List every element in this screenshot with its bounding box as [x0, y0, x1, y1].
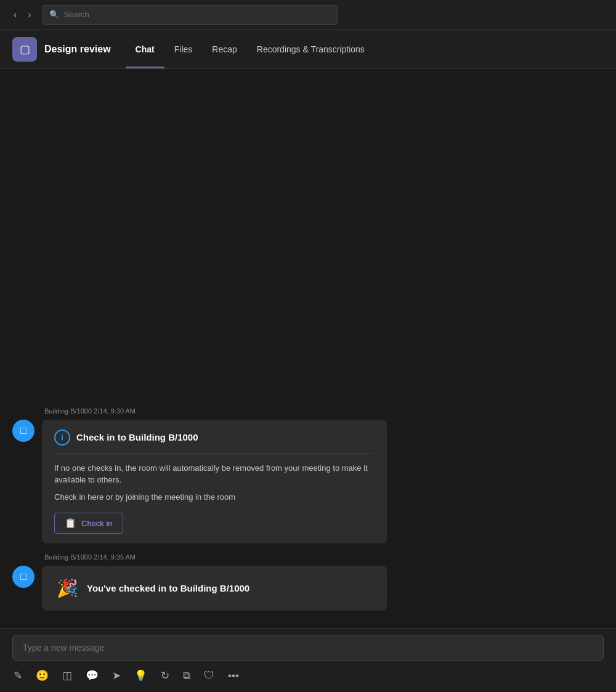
- nav-arrows: ‹ ›: [10, 7, 35, 23]
- checked-card: 🎉 You've checked in to Building B/1000: [42, 566, 387, 611]
- confetti-icon: 🎉: [57, 578, 78, 598]
- card-body-text-2: Check in here or by joining the meeting …: [54, 491, 375, 503]
- toolbar: ✎ 🙂 ◫ 💬 ➤ 💡 ↻ ⧉ 🛡 •••: [12, 666, 604, 688]
- card-body-text-1: If no one checks in, the room will autom…: [54, 462, 375, 486]
- tab-chat[interactable]: Chat: [126, 30, 164, 68]
- avatar-icon-2: □: [20, 571, 26, 582]
- card-header-1: i Check in to Building B/1000: [54, 429, 375, 454]
- checked-text: You've checked in to Building B/1000: [87, 583, 249, 593]
- page-title: Design review: [44, 44, 111, 55]
- message-meta-1: Building B/1000 2/14, 9:30 AM: [12, 407, 604, 415]
- avatar-2: □: [12, 566, 34, 588]
- message-card-1: i Check in to Building B/1000 If no one …: [42, 420, 387, 544]
- app-logo-icon: ▢: [20, 43, 30, 56]
- check-in-btn-icon: 📋: [65, 518, 76, 529]
- message-group-1: Building B/1000 2/14, 9:30 AM □ i Check …: [0, 402, 616, 549]
- input-area: ✎ 🙂 ◫ 💬 ➤ 💡 ↻ ⧉ 🛡 •••: [0, 628, 616, 691]
- message-meta-2: Building B/1000 2/14, 9:35 AM: [12, 553, 604, 561]
- card-title-1: Check in to Building B/1000: [76, 432, 198, 442]
- emoji-icon[interactable]: 🙂: [34, 668, 50, 683]
- avatar-icon-1: □: [20, 425, 26, 436]
- tab-recap[interactable]: Recap: [202, 30, 246, 68]
- message-group-2: Building B/1000 2/14, 9:35 AM □ 🎉 You've…: [0, 548, 616, 616]
- copy-icon[interactable]: ⧉: [182, 669, 192, 683]
- search-bar: 🔍: [43, 5, 338, 25]
- forward-button[interactable]: ›: [24, 7, 34, 23]
- info-icon: i: [54, 429, 70, 446]
- send-icon[interactable]: ➤: [111, 668, 122, 683]
- top-bar: ‹ › 🔍: [0, 0, 616, 30]
- message-timestamp-1: Building B/1000 2/14, 9:30 AM: [44, 407, 136, 415]
- message-input[interactable]: [12, 635, 604, 661]
- refresh-icon[interactable]: ↻: [160, 668, 171, 683]
- search-icon: 🔍: [49, 10, 59, 19]
- tab-files[interactable]: Files: [164, 30, 203, 68]
- more-options-icon[interactable]: •••: [227, 669, 240, 683]
- avatar-1: □: [12, 420, 34, 442]
- nav-tabs: Chat Files Recap Recordings & Transcript…: [126, 30, 375, 68]
- chat-area: Building B/1000 2/14, 9:30 AM □ i Check …: [0, 69, 616, 628]
- back-button[interactable]: ‹: [10, 7, 20, 23]
- sticker-icon[interactable]: 💬: [84, 668, 100, 683]
- format-icon[interactable]: ✎: [12, 668, 23, 683]
- card-body-1: If no one checks in, the room will autom…: [54, 462, 375, 503]
- search-input[interactable]: [64, 10, 331, 19]
- app-header: ▢ Design review Chat Files Recap Recordi…: [0, 30, 616, 69]
- message-timestamp-2: Building B/1000 2/14, 9:35 AM: [44, 553, 136, 561]
- check-in-btn-label: Check in: [81, 519, 113, 528]
- app-logo: ▢: [12, 37, 37, 62]
- check-in-button[interactable]: 📋 Check in: [54, 513, 123, 534]
- shield-icon[interactable]: 🛡: [203, 669, 216, 683]
- message-row-2: □ 🎉 You've checked in to Building B/1000: [12, 566, 604, 611]
- media-icon[interactable]: ◫: [61, 668, 73, 683]
- tab-recordings[interactable]: Recordings & Transcriptions: [247, 30, 375, 68]
- loop-icon[interactable]: 💡: [133, 668, 148, 683]
- message-row-1: □ i Check in to Building B/1000 If no on…: [12, 420, 604, 544]
